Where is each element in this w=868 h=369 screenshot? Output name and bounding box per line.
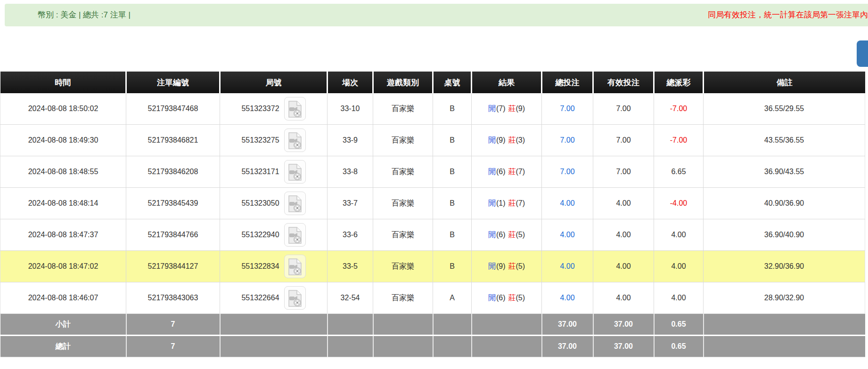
total-bet-link[interactable]: 4.00 [560, 294, 574, 302]
table-row[interactable]: 2024-08-08 18:47:37 521793844766 5513229… [0, 219, 865, 251]
time-cell: 2024-08-08 18:46:07 [0, 282, 126, 314]
player-result-value: (1) [496, 199, 506, 207]
game-type-cell: 百家樂 [373, 282, 433, 314]
total-bet-link[interactable]: 4.00 [560, 262, 574, 270]
remark-value: 36.55/29.55 [764, 104, 804, 112]
session-cell: 33-7 [328, 188, 373, 219]
table-id-value: B [450, 168, 455, 176]
summary-empty-cell [433, 336, 472, 357]
table-id-cell: B [433, 156, 472, 188]
time-cell: 2024-08-08 18:47:02 [0, 251, 126, 282]
table-row[interactable]: 2024-08-08 18:47:02 521793844127 5513228… [0, 251, 865, 282]
payout-value: -7.00 [670, 136, 687, 144]
bet-id-cell: 521793846821 [126, 125, 220, 156]
video-replay-button[interactable] [284, 97, 306, 120]
total-bet-link[interactable]: 7.00 [560, 168, 574, 176]
table-id-cell: A [433, 282, 472, 314]
valid-bet-cell: 4.00 [593, 188, 654, 219]
bet-id-cell: 521793844766 [126, 219, 220, 251]
remark-value: 28.90/32.90 [764, 294, 804, 302]
valid-bet-cell: 4.00 [593, 219, 654, 251]
summary-label: 總計 [56, 342, 71, 350]
video-replay-button[interactable] [284, 286, 306, 310]
time-value: 2024-08-08 18:46:07 [28, 294, 98, 302]
side-panel-button[interactable] [857, 40, 868, 67]
header-cell: 注單編號 [126, 72, 220, 93]
banker-result-label: 莊 [508, 168, 516, 176]
valid-bet-cell: 4.00 [593, 282, 654, 314]
summary-empty-cell [472, 314, 542, 336]
total-bet-link[interactable]: 7.00 [560, 136, 574, 144]
session-cell: 33-9 [328, 125, 373, 156]
time-value: 2024-08-08 18:49:30 [28, 136, 98, 144]
bet-id-cell: 521793846208 [126, 156, 220, 188]
bet-id-value: 521793846208 [148, 168, 198, 176]
game-type-value: 百家樂 [392, 294, 414, 302]
time-cell: 2024-08-08 18:49:30 [0, 125, 126, 156]
player-result-label: 閒 [488, 231, 496, 239]
player-result-label: 閒 [488, 168, 496, 176]
session-value: 33-10 [341, 104, 360, 112]
video-file-icon [287, 101, 303, 118]
total-bet-link[interactable]: 7.00 [560, 104, 574, 112]
video-replay-button[interactable] [284, 255, 306, 278]
summary-total-bet: 37.00 [558, 342, 577, 350]
video-replay-button[interactable] [284, 160, 306, 184]
valid-bet-notice-text: 同局有效投注，統一計算在該局第一張注單內 [708, 4, 868, 26]
summary-label-cell: 總計 [0, 336, 126, 357]
remark-value: 36.90/43.55 [764, 168, 804, 176]
table-row[interactable]: 2024-08-08 18:46:07 521793843063 5513226… [0, 282, 865, 314]
session-value: 33-6 [343, 231, 358, 239]
header-cell: 結果 [472, 72, 542, 93]
table-row[interactable]: 2024-08-08 18:48:55 521793846208 5513231… [0, 156, 865, 188]
summary-payout: 0.65 [671, 320, 686, 328]
header-cell: 遊戲類別 [373, 72, 433, 93]
valid-bet-value: 7.00 [616, 104, 631, 112]
session-cell: 33-5 [328, 251, 373, 282]
banker-result-value: (5) [516, 231, 525, 239]
total-bet-link[interactable]: 4.00 [560, 231, 574, 239]
round-cell: 551323372 [220, 93, 328, 125]
video-replay-button[interactable] [284, 192, 306, 215]
remark-cell: 36.90/43.55 [704, 156, 865, 188]
header-cell: 備註 [704, 72, 865, 93]
valid-bet-value: 4.00 [616, 294, 631, 302]
summary-count-cell: 7 [126, 314, 220, 336]
summary-empty-cell [328, 336, 373, 357]
game-type-cell: 百家樂 [373, 188, 433, 219]
bet-id-value: 521793845439 [148, 199, 198, 207]
bet-id-value: 521793846821 [148, 136, 198, 144]
banker-result-label: 莊 [508, 104, 516, 112]
result-cell: 閒(7)莊(9) [472, 93, 542, 125]
summary-valid-bet: 37.00 [614, 320, 633, 328]
summary-total-bet-cell: 37.00 [542, 314, 593, 336]
table-row[interactable]: 2024-08-08 18:50:02 521793847468 5513233… [0, 93, 865, 125]
payout-cell: -7.00 [654, 93, 704, 125]
round-cell: 551323050 [220, 188, 328, 219]
remark-value: 32.90/36.90 [764, 262, 804, 270]
session-value: 33-9 [343, 136, 358, 144]
summary-payout-cell: 0.65 [654, 336, 704, 357]
banker-result-label: 莊 [508, 136, 516, 144]
result-cell: 閒(1)莊(7) [472, 188, 542, 219]
payout-value: 4.00 [671, 262, 686, 270]
payout-value: -4.00 [670, 199, 687, 207]
time-cell: 2024-08-08 18:48:14 [0, 188, 126, 219]
table-row[interactable]: 2024-08-08 18:48:14 521793845439 5513230… [0, 188, 865, 219]
bet-id-cell: 521793843063 [126, 282, 220, 314]
game-type-value: 百家樂 [392, 262, 414, 270]
bet-id-value: 521793844127 [148, 262, 198, 270]
time-value: 2024-08-08 18:50:02 [28, 104, 98, 112]
valid-bet-cell: 7.00 [593, 156, 654, 188]
remark-cell: 43.55/36.55 [704, 125, 865, 156]
remark-cell: 28.90/32.90 [704, 282, 865, 314]
valid-bet-cell: 7.00 [593, 125, 654, 156]
video-replay-button[interactable] [284, 128, 306, 152]
banker-result-value: (7) [516, 199, 525, 207]
table-row[interactable]: 2024-08-08 18:49:30 521793846821 5513232… [0, 125, 865, 156]
video-replay-button[interactable] [284, 223, 306, 247]
total-bet-link[interactable]: 4.00 [560, 199, 574, 207]
summary-remark-cell [704, 336, 865, 357]
table-id-cell: B [433, 219, 472, 251]
player-result-label: 閒 [488, 104, 496, 112]
